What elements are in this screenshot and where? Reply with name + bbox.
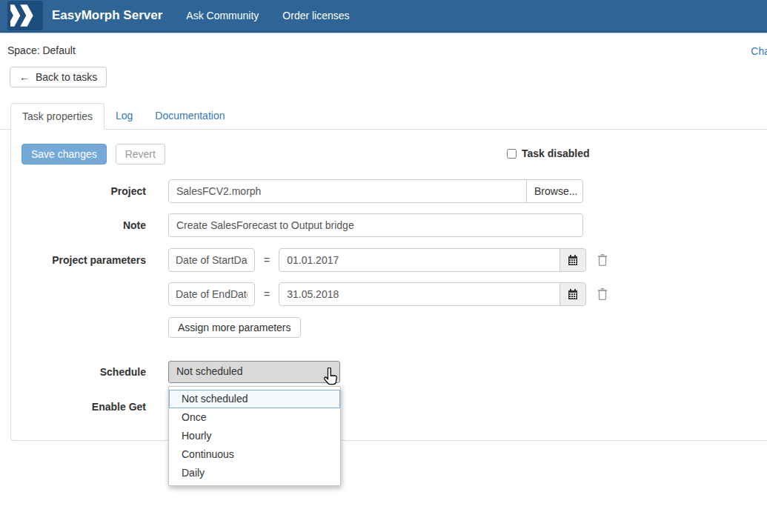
tab-log[interactable]: Log	[104, 103, 144, 129]
calendar-icon	[567, 254, 579, 266]
note-input[interactable]	[168, 213, 583, 237]
param-value-input[interactable]	[279, 282, 560, 306]
param-name-input[interactable]	[168, 248, 255, 272]
left-arrow-icon: ←	[19, 71, 30, 83]
schedule-dropdown: Not scheduled Once Hourly Continuous Dai…	[168, 386, 341, 486]
top-navbar: EasyMorph Server Ask Community Order lic…	[0, 0, 767, 33]
browse-button[interactable]: Browse...	[526, 179, 583, 203]
schedule-option-not-scheduled[interactable]: Not scheduled	[169, 390, 340, 408]
param-name-input[interactable]	[168, 282, 255, 306]
double-chevron-icon	[10, 4, 40, 27]
easymorph-logo-icon[interactable]	[7, 1, 43, 30]
space-label: Space: Default	[0, 33, 767, 56]
hand-cursor-icon	[322, 368, 338, 388]
save-changes-button[interactable]: Save changes	[21, 144, 107, 164]
enable-get-label: Enable Get	[21, 401, 146, 413]
note-label: Note	[21, 219, 146, 231]
schedule-option-once[interactable]: Once	[169, 408, 340, 427]
assign-more-parameters-button[interactable]: Assign more parameters	[168, 317, 301, 338]
trash-icon	[597, 253, 608, 267]
task-disabled-checkbox[interactable]	[507, 149, 517, 159]
schedule-option-continuous[interactable]: Continuous	[169, 445, 340, 464]
project-parameters-label: Project parameters	[21, 254, 146, 266]
nav-link-order-licenses[interactable]: Order licenses	[282, 10, 349, 21]
back-to-tasks-button[interactable]: ←Back to tasks	[10, 67, 107, 87]
tab-bar: Task properties Log Documentation	[0, 103, 767, 130]
calendar-picker-button[interactable]	[560, 248, 586, 272]
change-space-link[interactable]: Cha	[751, 45, 767, 57]
schedule-label: Schedule	[21, 366, 146, 378]
nav-link-ask-community[interactable]: Ask Community	[186, 10, 259, 21]
calendar-icon	[567, 288, 579, 300]
toolbar: Save changes Revert Task disabled	[21, 144, 767, 166]
schedule-option-daily[interactable]: Daily	[169, 464, 340, 482]
app-title: EasyMorph Server	[52, 8, 162, 23]
param-value-input[interactable]	[279, 248, 560, 272]
equals-sign: =	[264, 288, 270, 300]
revert-button[interactable]: Revert	[116, 144, 165, 164]
trash-icon	[597, 287, 608, 301]
project-label: Project	[21, 185, 146, 197]
equals-sign: =	[264, 254, 270, 266]
delete-parameter-button[interactable]	[597, 253, 608, 267]
schedule-select-value: Not scheduled	[176, 365, 243, 377]
calendar-picker-button[interactable]	[560, 282, 586, 306]
schedule-select[interactable]: Not scheduled	[168, 361, 340, 383]
tab-task-properties[interactable]: Task properties	[10, 103, 104, 130]
task-properties-panel: Save changes Revert Task disabled Projec…	[10, 130, 767, 441]
project-input[interactable]	[168, 179, 527, 203]
back-to-tasks-label: Back to tasks	[36, 71, 97, 83]
tab-documentation[interactable]: Documentation	[144, 103, 236, 129]
schedule-option-hourly[interactable]: Hourly	[169, 427, 340, 445]
task-disabled-label: Task disabled	[522, 147, 590, 159]
delete-parameter-button[interactable]	[597, 287, 608, 301]
